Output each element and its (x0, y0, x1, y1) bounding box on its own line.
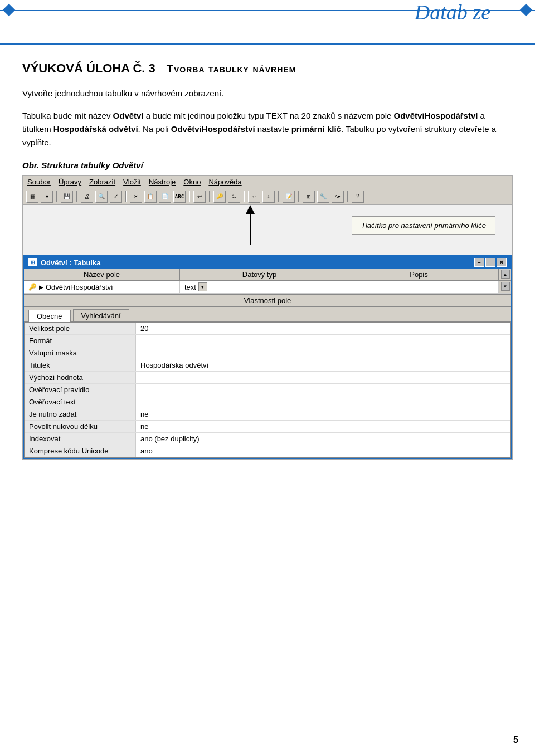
toolbar-btn-index[interactable]: 🗂 (228, 191, 240, 203)
arrow-shaft (250, 214, 251, 245)
toolbar-sep-5 (209, 191, 210, 202)
toolbar-sep-1 (56, 191, 57, 202)
toolbar-btn-copy[interactable]: 📋 (144, 191, 157, 203)
data-type-value: text (184, 283, 196, 291)
prop-label-overovaci-text: Ověřovací text (25, 396, 136, 408)
tab-vyhledavani[interactable]: Vyhledávání (73, 309, 129, 321)
toolbar-btn-dropdown[interactable]: ▾ (41, 191, 53, 203)
window-icon: ⊞ (28, 258, 37, 266)
toolbar-btn-color[interactable]: A▾ (332, 191, 344, 203)
primary-key-icon: 🔑 (28, 283, 37, 291)
prop-value-velikost[interactable]: 20 (136, 323, 510, 334)
page-header: Datab ze (0, 0, 535, 45)
toolbar-btn-help[interactable]: ? (352, 191, 364, 203)
toolbar-btn-tb[interactable]: ⊞ (303, 191, 315, 203)
menu-napoveda[interactable]: Nápověda (208, 178, 241, 186)
tab-obecne[interactable]: Obecné (28, 310, 71, 322)
properties-grid: Velikost pole 20 Formát Vstupní maska Ti… (24, 322, 511, 458)
window-title-text: Odvětví : Tabulka (41, 258, 100, 267)
section-heading: VÝUKOVÁ ÚLOHA č. 3 Tvorba tabulky návrhe… (22, 61, 513, 76)
menu-nastroje[interactable]: Nástroje (149, 178, 176, 186)
toolbar-btn-1[interactable]: ▦ (26, 191, 38, 203)
prop-row-indexovat: Indexovat ano (bez duplicity) (25, 433, 510, 445)
window-title-left: ⊞ Odvětví : Tabulka (28, 258, 100, 267)
toolbar-btn-preview[interactable]: 🔍 (95, 191, 108, 203)
prop-label-indexovat: Indexovat (25, 433, 136, 445)
prop-label-vychozi: Výchozí hodnota (25, 372, 136, 383)
window-controls[interactable]: – □ ✕ (474, 258, 507, 267)
cell-description[interactable] (339, 281, 499, 293)
page-title: Datab ze (415, 0, 490, 25)
prop-row-overovaci-pravidlo: Ověřovací pravidlo (25, 384, 510, 396)
field-name-value: OdvětviHospodářství (46, 283, 113, 291)
dropdown-arrow-icon[interactable]: ▾ (198, 282, 207, 291)
toolbar-btn-check[interactable]: ✓ (110, 191, 122, 203)
prop-label-format: Formát (25, 335, 136, 347)
scrollbar-down-arrow[interactable]: ▼ (501, 282, 510, 291)
prop-value-format[interactable] (136, 335, 510, 347)
prop-value-titulek[interactable]: Hospodářská odvětví (136, 359, 510, 371)
prop-value-overovaci-pravidlo[interactable] (136, 384, 510, 396)
row-indicator: 🔑 ▶ OdvětviHospodářství (28, 283, 113, 291)
maximize-button[interactable]: □ (485, 258, 495, 267)
scrollbar-up-arrow[interactable]: ▲ (501, 270, 510, 279)
close-button[interactable]: ✕ (497, 258, 507, 267)
toolbar-btn-prop[interactable]: 📝 (283, 191, 295, 203)
page-number: 5 (513, 735, 518, 745)
table-column-headers: Název pole Datový typ Popis ▲ (24, 269, 511, 281)
table-window: ⊞ Odvětví : Tabulka – □ ✕ Název pole Dat… (23, 255, 512, 459)
toolbar-sep-3 (125, 191, 127, 202)
toolbar-sep-7 (278, 191, 279, 202)
prop-row-vstupni: Vstupní maska (25, 347, 510, 359)
toolbar-btn-build[interactable]: 🔧 (317, 191, 329, 203)
properties-tabs[interactable]: Obecné Vyhledávání (24, 307, 511, 322)
cell-data-type[interactable]: text ▾ (180, 281, 339, 293)
toolbar-btn-row-delete[interactable]: ↕ (262, 191, 275, 203)
data-type-dropdown[interactable]: text ▾ (184, 282, 207, 291)
paragraph-1: Vytvořte jednoduchou tabulku v návrhovém… (22, 87, 513, 100)
cell-field-name[interactable]: 🔑 ▶ OdvětviHospodářství (24, 281, 180, 293)
prop-row-unicode: Komprese kódu Unicode ano (25, 445, 510, 457)
toolbar: ▦ ▾ 💾 🖨 🔍 ✓ ✂ 📋 📄 ABC ↩ 🔑 🗂 ↔ ↕ 📝 (23, 188, 512, 205)
section-number: VÝUKOVÁ ÚLOHA č. 3 (22, 61, 155, 76)
prop-value-vychozi[interactable] (136, 372, 510, 383)
prop-label-overovaci-pravidlo: Ověřovací pravidlo (25, 384, 136, 396)
prop-value-overovaci-text[interactable] (136, 396, 510, 408)
menu-zobrazit[interactable]: Zobrazit (89, 178, 115, 186)
toolbar-btn-cut[interactable]: ✂ (130, 191, 142, 203)
col-header-name: Název pole (24, 269, 180, 280)
menu-vlozit[interactable]: Vložit (123, 178, 141, 186)
toolbar-sep-6 (244, 191, 245, 202)
toolbar-btn-paste[interactable]: 📄 (159, 191, 171, 203)
prop-value-nutno[interactable]: ne (136, 408, 510, 420)
prop-row-titulek: Titulek Hospodářská odvětví (25, 359, 510, 372)
col-header-desc: Popis (339, 269, 499, 280)
prop-value-unicode[interactable]: ano (136, 445, 510, 457)
prop-row-nulova: Povolit nulovou délku ne (25, 421, 510, 433)
toolbar-btn-primarykey[interactable]: 🔑 (213, 191, 226, 203)
prop-label-vstupni: Vstupní maska (25, 347, 136, 359)
prop-value-indexovat[interactable]: ano (bez duplicity) (136, 433, 510, 445)
toolbar-btn-print[interactable]: 🖨 (81, 191, 93, 203)
menu-upravy[interactable]: Úpravy (59, 178, 81, 186)
toolbar-sep-9 (347, 191, 348, 202)
prop-row-overovaci-text: Ověřovací text (25, 396, 510, 408)
toolbar-btn-row-insert[interactable]: ↔ (248, 191, 260, 203)
scrollbar-up[interactable]: ▲ (499, 269, 511, 280)
toolbar-btn-format[interactable]: ABC (173, 191, 186, 203)
prop-label-unicode: Komprese kódu Unicode (25, 445, 136, 457)
prop-row-velikost: Velikost pole 20 (25, 323, 510, 335)
minimize-button[interactable]: – (474, 258, 484, 267)
section-title: Tvorba tabulky návrhem (167, 62, 296, 75)
prop-value-vstupni[interactable] (136, 347, 510, 359)
scrollbar-down[interactable]: ▼ (499, 281, 511, 293)
toolbar-btn-undo[interactable]: ↩ (193, 191, 206, 203)
arrow-up (246, 205, 255, 245)
menu-bar[interactable]: Soubor Úpravy Zobrazit Vložit Nástroje O… (23, 176, 512, 188)
menu-okno[interactable]: Okno (183, 178, 201, 186)
prop-value-nulova[interactable]: ne (136, 421, 510, 432)
prop-label-velikost: Velikost pole (25, 323, 136, 334)
menu-soubor[interactable]: Soubor (27, 178, 51, 186)
toolbar-btn-save[interactable]: 💾 (61, 191, 73, 203)
properties-section-label: Vlastnosti pole (24, 294, 511, 307)
